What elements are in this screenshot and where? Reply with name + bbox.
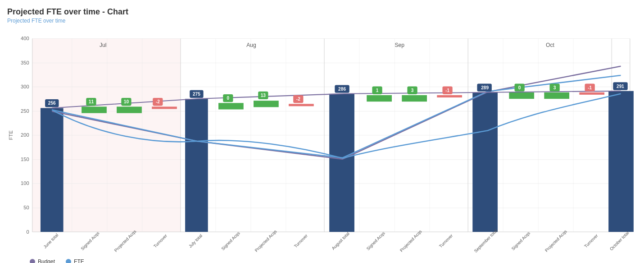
svg-text:-2: -2 (156, 99, 160, 104)
svg-text:August total: August total (331, 231, 350, 251)
svg-text:Projected Acqs: Projected Acqs (399, 229, 423, 253)
bar-aug-signed (218, 103, 244, 109)
svg-text:Signed Acqs: Signed Acqs (365, 231, 386, 251)
svg-text:10: 10 (124, 99, 129, 104)
svg-text:Signed Acqs: Signed Acqs (510, 231, 531, 251)
svg-text:Signed Acqs: Signed Acqs (220, 231, 241, 251)
svg-text:June total: June total (42, 232, 59, 249)
svg-text:400: 400 (21, 36, 29, 41)
bar-august-total (329, 94, 354, 232)
legend-item-fte: FTE (66, 258, 84, 263)
bar-oct-signed (509, 92, 534, 99)
chart-title: Projected FTE over time - Chart (7, 7, 637, 17)
svg-text:Projected Acqs: Projected Acqs (254, 229, 277, 253)
bar-aug-turnover (289, 104, 314, 106)
svg-text:11: 11 (89, 99, 94, 104)
svg-text:289: 289 (481, 85, 489, 90)
fte-legend-label: FTE (74, 258, 84, 263)
svg-text:50: 50 (23, 205, 29, 210)
svg-text:-2: -2 (296, 97, 300, 102)
svg-text:0: 0 (227, 96, 229, 101)
svg-text:Turnover: Turnover (153, 233, 168, 249)
bar-sep-turnover (437, 95, 462, 97)
svg-text:Projected Acqs: Projected Acqs (544, 229, 568, 253)
svg-text:300: 300 (21, 84, 29, 89)
svg-text:350: 350 (21, 60, 29, 65)
bar-jul-turnover (152, 106, 177, 109)
svg-text:3: 3 (411, 88, 414, 93)
svg-text:200: 200 (21, 132, 29, 138)
bar-june-total (41, 108, 63, 231)
bar-sep-projected (402, 95, 427, 102)
svg-text:Projected Acqs: Projected Acqs (113, 229, 137, 253)
svg-text:Signed Acqs: Signed Acqs (80, 231, 100, 251)
bar-oct-projected (544, 92, 569, 99)
svg-text:Turnover: Turnover (438, 233, 454, 249)
svg-text:256: 256 (48, 101, 56, 106)
svg-text:-1: -1 (445, 88, 449, 93)
bar-oct-total (608, 91, 634, 232)
svg-text:286: 286 (338, 87, 346, 92)
svg-text:Turnover: Turnover (293, 233, 309, 249)
svg-text:150: 150 (21, 157, 29, 162)
chart-area: 0 50 100 150 200 250 300 350 400 FTE Jul… (7, 29, 637, 255)
bar-sep-signed (367, 95, 392, 102)
chart-svg: 0 50 100 150 200 250 300 350 400 FTE Jul… (7, 29, 637, 255)
svg-text:Aug: Aug (246, 42, 256, 48)
svg-text:Sep: Sep (395, 42, 404, 48)
bar-sep-total (472, 92, 498, 232)
svg-text:0: 0 (26, 229, 29, 235)
legend-item-budget: Budget (30, 258, 55, 263)
svg-text:291: 291 (617, 84, 624, 89)
bar-aug-projected (254, 101, 279, 107)
bar-jul-signed (82, 106, 107, 113)
fte-legend-dot (66, 259, 71, 263)
chart-container: Projected FTE over time - Chart Projecte… (7, 7, 637, 263)
svg-text:July total: July total (188, 233, 204, 249)
svg-text:13: 13 (261, 93, 266, 98)
budget-legend-label: Budget (38, 258, 55, 263)
bar-july-total (185, 99, 208, 232)
chart-subtitle: Projected FTE over time (7, 18, 637, 24)
svg-text:-1: -1 (588, 85, 592, 90)
svg-text:3: 3 (553, 85, 556, 90)
budget-legend-dot (30, 259, 35, 263)
bar-oct-turnover (579, 92, 604, 95)
svg-text:FTE: FTE (8, 130, 14, 140)
svg-text:Turnover: Turnover (583, 233, 599, 249)
bar-jul-projected (117, 106, 142, 113)
svg-text:Oct: Oct (546, 42, 555, 48)
svg-text:October total: October total (609, 230, 630, 251)
svg-text:275: 275 (193, 92, 200, 97)
svg-text:1: 1 (376, 88, 379, 93)
legend: Budget FTE (7, 258, 637, 263)
svg-text:100: 100 (21, 180, 29, 186)
svg-text:0: 0 (518, 85, 521, 90)
svg-text:250: 250 (21, 108, 29, 114)
svg-text:Jul: Jul (100, 42, 107, 48)
